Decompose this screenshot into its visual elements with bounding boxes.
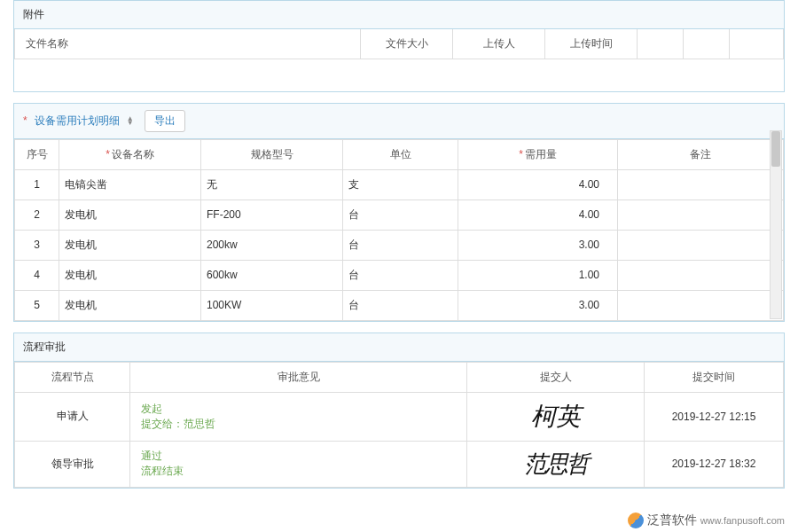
col-filesize[interactable]: 文件大小 xyxy=(361,29,453,59)
cell-unit: 台 xyxy=(343,260,458,290)
table-row[interactable]: 3发电机200kw台3.00 xyxy=(15,230,784,260)
col-remark[interactable]: 备注 xyxy=(618,139,784,169)
cell-seq: 4 xyxy=(15,260,59,290)
process-node: 领导审批 xyxy=(15,441,130,487)
export-button[interactable]: 导出 xyxy=(145,110,185,132)
cell-unit: 台 xyxy=(343,230,458,260)
attachments-title: 附件 xyxy=(23,7,44,22)
process-panel: 流程审批 流程节点 审批意见 提交人 提交时间 申请人 发起 提交给：范思哲 柯… xyxy=(13,332,785,489)
table-row[interactable]: 1电镐尖凿无支4.00 xyxy=(15,169,784,200)
cell-qty: 3.00 xyxy=(458,290,618,320)
attachments-panel: 附件 文件名称 文件大小 上传人 上传时间 xyxy=(13,0,785,92)
cell-name: 发电机 xyxy=(59,230,201,260)
cell-name: 电镐尖凿 xyxy=(59,169,201,200)
col-blank2 xyxy=(684,29,730,59)
equipment-title[interactable]: 设备需用计划明细 xyxy=(35,113,120,129)
attachments-table: 文件名称 文件大小 上传人 上传时间 xyxy=(14,29,784,91)
table-row: 流程节点 审批意见 提交人 提交时间 xyxy=(15,362,784,392)
table-row xyxy=(15,59,784,91)
col-blank3 xyxy=(730,29,784,59)
process-header: 流程审批 xyxy=(14,333,784,362)
cell-qty: 4.00 xyxy=(458,169,618,200)
cell-qty: 4.00 xyxy=(458,200,618,230)
equipment-panel: * 设备需用计划明细 ▲▼ 导出 序号 *设备名称 规格型号 单位 *需用量 备… xyxy=(13,103,785,322)
process-time: 2019-12-27 18:32 xyxy=(645,441,784,487)
table-row: 申请人 发起 提交给：范思哲 柯英 2019-12-27 12:15 xyxy=(15,392,784,441)
col-filename[interactable]: 文件名称 xyxy=(15,29,361,59)
col-time: 提交时间 xyxy=(645,362,784,392)
process-opinion: 发起 提交给：范思哲 xyxy=(130,392,467,441)
cell-seq: 5 xyxy=(15,290,59,320)
scrollbar[interactable] xyxy=(770,130,782,319)
cell-qty: 1.00 xyxy=(458,260,618,290)
table-row: 领导审批 通过 流程结束 范思哲 2019-12-27 18:32 xyxy=(15,441,784,487)
table-row[interactable]: 5发电机100KW台3.00 xyxy=(15,290,784,320)
process-time: 2019-12-27 12:15 xyxy=(645,392,784,441)
process-table: 流程节点 审批意见 提交人 提交时间 申请人 发起 提交给：范思哲 柯英 201… xyxy=(14,362,784,488)
col-unit[interactable]: 单位 xyxy=(343,139,458,169)
cell-name: 发电机 xyxy=(59,200,201,230)
signature-cell: 柯英 xyxy=(467,392,645,441)
signature-cell: 范思哲 xyxy=(467,441,645,487)
cell-unit: 支 xyxy=(343,169,458,200)
table-row[interactable]: 2发电机FF-200台4.00 xyxy=(15,200,784,230)
logo-icon xyxy=(628,512,644,528)
cell-unit: 台 xyxy=(343,290,458,320)
cell-remark xyxy=(618,230,784,260)
table-row[interactable]: 4发电机600kw台1.00 xyxy=(15,260,784,290)
cell-remark xyxy=(618,200,784,230)
watermark: 泛普软件 www.fanpusoft.com xyxy=(628,512,785,528)
col-uploader[interactable]: 上传人 xyxy=(453,29,545,59)
scroll-thumb[interactable] xyxy=(771,131,780,167)
cell-spec: 100KW xyxy=(201,290,343,320)
col-uploadtime[interactable]: 上传时间 xyxy=(545,29,638,59)
cell-spec: 600kw xyxy=(201,260,343,290)
process-node: 申请人 xyxy=(15,392,130,441)
col-blank1 xyxy=(638,29,684,59)
cell-seq: 1 xyxy=(15,169,59,200)
process-title: 流程审批 xyxy=(23,340,66,355)
col-qty[interactable]: *需用量 xyxy=(458,139,618,169)
cell-remark xyxy=(618,290,784,320)
cell-unit: 台 xyxy=(343,200,458,230)
sort-icon[interactable]: ▲▼ xyxy=(127,116,134,125)
table-row: 文件名称 文件大小 上传人 上传时间 xyxy=(15,29,784,59)
cell-spec: FF-200 xyxy=(201,200,343,230)
process-opinion: 通过 流程结束 xyxy=(130,441,467,487)
col-name[interactable]: *设备名称 xyxy=(59,139,201,169)
col-opinion: 审批意见 xyxy=(130,362,467,392)
equipment-table: 序号 *设备名称 规格型号 单位 *需用量 备注 1电镐尖凿无支4.002发电机… xyxy=(14,139,784,321)
table-row: 序号 *设备名称 规格型号 单位 *需用量 备注 xyxy=(15,139,784,169)
cell-seq: 3 xyxy=(15,230,59,260)
required-mark: * xyxy=(23,114,27,127)
cell-spec: 无 xyxy=(201,169,343,200)
col-spec[interactable]: 规格型号 xyxy=(201,139,343,169)
signature-image: 柯英 xyxy=(531,403,581,430)
cell-qty: 3.00 xyxy=(458,230,618,260)
col-seq[interactable]: 序号 xyxy=(15,139,59,169)
cell-remark xyxy=(618,169,784,200)
attachments-header: 附件 xyxy=(14,1,784,29)
col-submitter: 提交人 xyxy=(467,362,645,392)
col-node: 流程节点 xyxy=(15,362,130,392)
cell-spec: 200kw xyxy=(201,230,343,260)
signature-image: 范思哲 xyxy=(524,451,588,477)
watermark-brand: 泛普软件 xyxy=(647,512,697,528)
watermark-domain: www.fanpusoft.com xyxy=(700,515,785,526)
cell-name: 发电机 xyxy=(59,290,201,320)
cell-name: 发电机 xyxy=(59,260,201,290)
equipment-header: * 设备需用计划明细 ▲▼ 导出 xyxy=(14,104,784,139)
cell-remark xyxy=(618,260,784,290)
cell-seq: 2 xyxy=(15,200,59,230)
